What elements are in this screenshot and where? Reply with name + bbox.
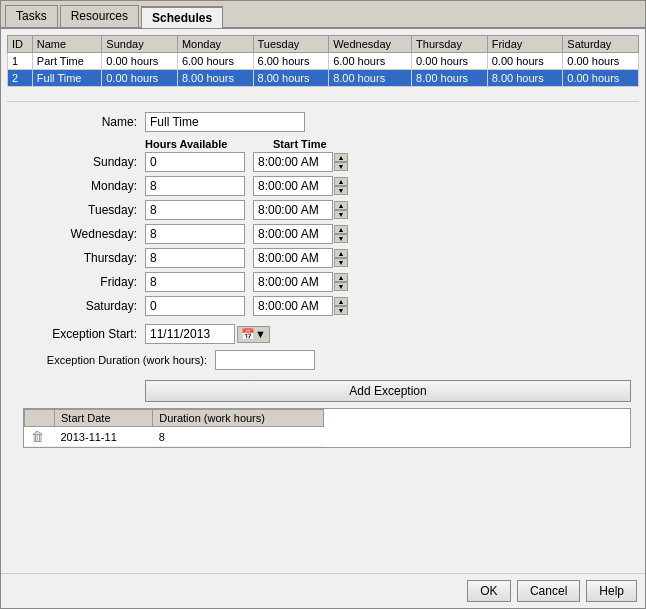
spin-up-button[interactable]: ▲	[334, 297, 348, 306]
table-cell: 6.00 hours	[253, 53, 329, 70]
day-label: Saturday:	[15, 299, 145, 313]
spin-up-button[interactable]: ▲	[334, 249, 348, 258]
table-cell: 8.00 hours	[253, 70, 329, 87]
tab-schedules[interactable]: Schedules	[141, 6, 223, 28]
table-cell: Part Time	[32, 53, 102, 70]
exception-start-row: Exception Start: 📅▼	[15, 324, 631, 344]
spin-down-button[interactable]: ▼	[334, 234, 348, 243]
table-cell: 0.00 hours	[563, 70, 639, 87]
tab-bar: Tasks Resources Schedules	[1, 1, 645, 29]
help-button[interactable]: Help	[586, 580, 637, 602]
day-label: Friday:	[15, 275, 145, 289]
spin-down-button[interactable]: ▼	[334, 282, 348, 291]
time-spinner: ▲▼	[334, 153, 348, 171]
day-row-friday: Friday:▲▼	[15, 272, 631, 292]
spin-down-button[interactable]: ▼	[334, 162, 348, 171]
spin-down-button[interactable]: ▼	[334, 210, 348, 219]
time-input-wrap: ▲▼	[253, 200, 348, 220]
time-input[interactable]	[253, 248, 333, 268]
col-saturday: Saturday	[563, 36, 639, 53]
spin-down-button[interactable]: ▼	[334, 306, 348, 315]
day-label: Thursday:	[15, 251, 145, 265]
exception-table-wrap: Start Date Duration (work hours) 🗑2013-1…	[23, 408, 631, 448]
spin-up-button[interactable]: ▲	[334, 201, 348, 210]
col-tuesday: Tuesday	[253, 36, 329, 53]
bottom-bar: OK Cancel Help	[1, 573, 645, 608]
main-window: Tasks Resources Schedules ID Name Sunday…	[0, 0, 646, 609]
spin-up-button[interactable]: ▲	[334, 153, 348, 162]
day-row-tuesday: Tuesday:▲▼	[15, 200, 631, 220]
tab-tasks[interactable]: Tasks	[5, 5, 58, 27]
name-row: Name:	[15, 112, 631, 132]
table-row[interactable]: 2Full Time0.00 hours8.00 hours8.00 hours…	[8, 70, 639, 87]
time-input-wrap: ▲▼	[253, 248, 348, 268]
table-cell: 8.00 hours	[487, 70, 563, 87]
exc-duration-cell: 8	[153, 427, 324, 447]
time-input[interactable]	[253, 224, 333, 244]
time-input[interactable]	[253, 200, 333, 220]
tab-resources[interactable]: Resources	[60, 5, 139, 27]
ok-button[interactable]: OK	[467, 580, 511, 602]
day-rows: Sunday:▲▼Monday:▲▼Tuesday:▲▼Wednesday:▲▼…	[15, 152, 631, 320]
time-input[interactable]	[253, 152, 333, 172]
exception-table-row: 🗑2013-11-118	[25, 427, 324, 447]
date-input-wrap: 📅▼	[145, 324, 270, 344]
spin-down-button[interactable]: ▼	[334, 186, 348, 195]
name-input[interactable]	[145, 112, 305, 132]
time-spinner: ▲▼	[334, 249, 348, 267]
cancel-button[interactable]: Cancel	[517, 580, 580, 602]
hours-input[interactable]	[145, 152, 245, 172]
time-spinner: ▲▼	[334, 225, 348, 243]
day-row-thursday: Thursday:▲▼	[15, 248, 631, 268]
exc-date-cell: 2013-11-11	[55, 427, 153, 447]
time-input[interactable]	[253, 176, 333, 196]
time-spinner: ▲▼	[334, 297, 348, 315]
delete-cell[interactable]: 🗑	[25, 427, 55, 447]
hours-input[interactable]	[145, 296, 245, 316]
schedule-table: ID Name Sunday Monday Tuesday Wednesday …	[7, 35, 639, 87]
exception-start-label: Exception Start:	[15, 327, 145, 341]
table-cell: 1	[8, 53, 33, 70]
col-friday: Friday	[487, 36, 563, 53]
table-cell: 6.00 hours	[177, 53, 253, 70]
hours-input[interactable]	[145, 272, 245, 292]
spin-up-button[interactable]: ▲	[334, 225, 348, 234]
start-col-label: Start Time	[273, 138, 327, 150]
spin-up-button[interactable]: ▲	[334, 273, 348, 282]
time-spinner: ▲▼	[334, 273, 348, 291]
time-input-wrap: ▲▼	[253, 272, 348, 292]
exception-date-input[interactable]	[145, 324, 235, 344]
hours-input[interactable]	[145, 176, 245, 196]
table-cell: 0.00 hours	[102, 53, 178, 70]
table-cell: 8.00 hours	[329, 70, 412, 87]
day-label: Tuesday:	[15, 203, 145, 217]
table-cell: 6.00 hours	[329, 53, 412, 70]
spin-down-button[interactable]: ▼	[334, 258, 348, 267]
day-label: Monday:	[15, 179, 145, 193]
table-row[interactable]: 1Part Time0.00 hours6.00 hours6.00 hours…	[8, 53, 639, 70]
time-input-wrap: ▲▼	[253, 152, 348, 172]
calendar-button[interactable]: 📅▼	[237, 326, 270, 343]
hours-input[interactable]	[145, 224, 245, 244]
table-cell: Full Time	[32, 70, 102, 87]
table-cell: 0.00 hours	[487, 53, 563, 70]
col-monday: Monday	[177, 36, 253, 53]
day-row-wednesday: Wednesday:▲▼	[15, 224, 631, 244]
time-input[interactable]	[253, 272, 333, 292]
exception-table: Start Date Duration (work hours) 🗑2013-1…	[24, 409, 324, 447]
spin-up-button[interactable]: ▲	[334, 177, 348, 186]
col-sunday: Sunday	[102, 36, 178, 53]
time-spinner: ▲▼	[334, 201, 348, 219]
time-input-wrap: ▲▼	[253, 296, 348, 316]
day-row-monday: Monday:▲▼	[15, 176, 631, 196]
time-spinner: ▲▼	[334, 177, 348, 195]
col-name: Name	[32, 36, 102, 53]
time-input[interactable]	[253, 296, 333, 316]
hours-input[interactable]	[145, 200, 245, 220]
hours-input[interactable]	[145, 248, 245, 268]
add-exception-button[interactable]: Add Exception	[145, 380, 631, 402]
delete-icon[interactable]: 🗑	[31, 429, 44, 444]
day-row-sunday: Sunday:▲▼	[15, 152, 631, 172]
exception-duration-input[interactable]	[215, 350, 315, 370]
table-cell: 0.00 hours	[563, 53, 639, 70]
